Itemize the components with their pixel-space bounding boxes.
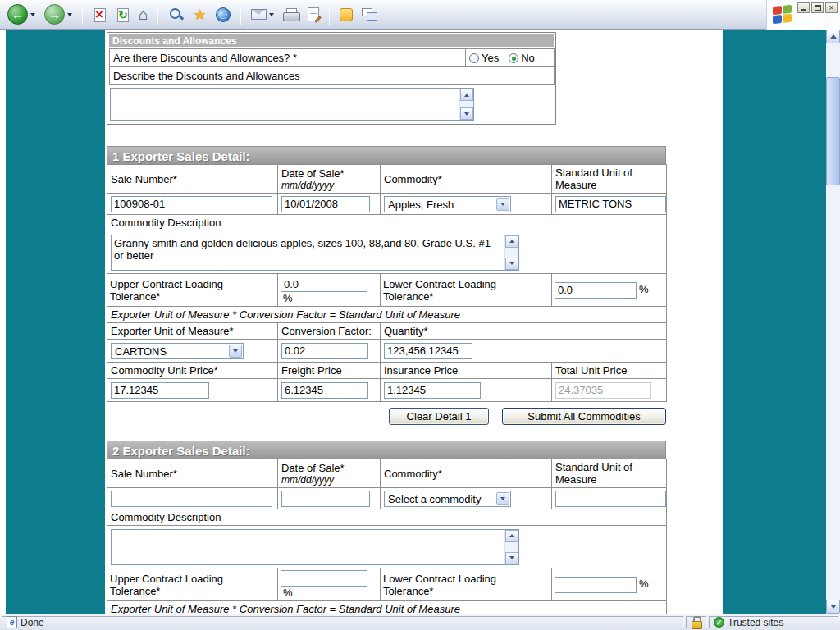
page-icon: e [7,616,17,628]
sale-number-label: Sale Number* [111,468,177,480]
vertical-scrollbar[interactable] [826,30,840,614]
date-of-sale-label: Date of Sale* [281,462,345,474]
section-2-header: 2 Exporter Sales Detail: [107,441,666,459]
commodity-description-textarea[interactable]: Granny smith and golden delicious apples… [111,235,519,271]
back-dropdown-icon[interactable] [30,13,35,16]
discounts-question-label: Are there Discounts and Allowances? * [113,52,297,64]
upper-tolerance-input[interactable] [281,570,368,587]
commodity-unit-price-input[interactable] [111,382,209,399]
print-icon [283,8,299,21]
windows-logo-icon [773,5,792,24]
history-button[interactable] [213,2,233,28]
refresh-button[interactable]: ↻ [113,2,132,28]
sale-number-input[interactable] [111,196,272,212]
home-button[interactable]: ⌂ [136,2,150,28]
edit-button[interactable] [305,2,322,28]
mail-button[interactable] [249,2,276,28]
conversion-factor-label: Conversion Factor: [281,325,372,337]
toolbar-separator [329,4,330,25]
discounts-describe-textarea[interactable] [110,88,474,121]
mail-dropdown-icon[interactable] [269,13,274,16]
clear-detail-button[interactable]: Clear Detail 1 [389,408,489,425]
submit-all-commodities-button[interactable]: Submit All Commodities [502,408,666,425]
upper-tolerance-label: Upper Contract Loading Tolerance* [110,573,223,597]
quantity-input[interactable] [384,343,472,359]
upper-tolerance-input[interactable] [281,276,368,292]
scroll-up-icon[interactable] [505,530,518,542]
standard-unit-input[interactable] [555,491,666,507]
discuss-button[interactable] [359,2,379,28]
commodity-select[interactable]: Apples, Fresh [384,196,511,212]
textarea-text: Granny smith and golden delicious apples… [114,237,503,268]
toolbar-separator [82,4,83,25]
date-of-sale-input[interactable] [281,196,370,212]
toolbar-separator [240,4,241,25]
commodity-description-textarea[interactable] [111,529,519,565]
exporter-unit-selected-value: CARTONS [115,345,167,358]
minimize-icon [801,9,806,11]
sale-number-input[interactable] [111,491,272,507]
section-1-header: 1 Exporter Sales Detail: [107,146,666,164]
messenger-icon [340,8,353,21]
discounts-section: Discounts and Allowances Are there Disco… [107,32,556,125]
exporter-unit-label: Exporter Unit of Measure* [111,325,234,337]
commodity-selected-value: Apples, Fresh [388,199,454,211]
favorites-button[interactable]: ★ [190,2,208,28]
scroll-down-icon[interactable] [460,107,473,120]
scroll-down-icon[interactable] [505,552,518,564]
scroll-up-icon[interactable] [505,235,518,248]
textarea-scrollbar[interactable] [459,89,473,120]
textarea-scrollbar[interactable] [504,530,518,564]
date-of-sale-input[interactable] [281,491,370,507]
forward-dropdown-icon[interactable] [67,13,72,16]
lower-tolerance-label: Lower Contract Loading Tolerance* [383,278,496,303]
status-bar: e Done ✓ Trusted sites [0,614,840,630]
close-button[interactable]: × [825,2,838,13]
commodity-unit-price-label: Commodity Unit Price* [111,364,218,377]
section-1-table: Sale Number* Date of Sale* mm/dd/yyyy Co… [107,164,667,402]
commodity-select[interactable]: Select a commodity [384,491,511,507]
search-button[interactable] [166,2,186,28]
section-1-buttons: Clear Detail 1 Submit All Commodities [107,408,666,425]
date-format-hint: mm/dd/yyyy [281,474,377,486]
scroll-down-icon[interactable] [505,258,518,270]
lower-tolerance-label: Lower Contract Loading Tolerance* [383,573,496,597]
scrollbar-down-button[interactable] [826,600,840,614]
date-format-hint: mm/dd/yyyy [281,180,377,191]
lower-tolerance-input[interactable] [555,577,637,593]
status-lock-section [686,616,707,628]
maximize-button[interactable] [811,2,824,13]
forward-icon: → [44,4,65,25]
insurance-price-input[interactable] [384,382,481,399]
chevron-down-icon [496,492,509,505]
print-button[interactable] [281,2,301,28]
textarea-text [113,90,458,118]
home-icon: ⌂ [139,6,148,24]
stop-button[interactable]: × [90,2,109,28]
back-button[interactable]: ← [5,2,38,28]
percent-sign: % [283,292,293,304]
scrollbar-up-button[interactable] [826,30,840,43]
freight-price-input[interactable] [281,382,368,399]
discounts-yes-radio[interactable]: Yes [469,52,499,64]
conversion-factor-input[interactable] [281,343,368,359]
discounts-no-radio[interactable]: No [509,52,535,64]
back-icon: ← [7,4,28,25]
messenger-button[interactable] [337,2,355,28]
standard-unit-input[interactable] [555,196,666,212]
textarea-scrollbar[interactable] [504,235,518,270]
lower-tolerance-input[interactable] [555,282,637,299]
minimize-button[interactable] [797,2,810,13]
edit-icon [308,7,319,21]
describe-discounts-label: Describe the Discounts and Allowances [113,70,300,82]
scroll-up-icon[interactable] [460,89,473,101]
commodity-description-label: Commodity Description [111,511,221,523]
lock-icon [692,616,701,628]
forward-button[interactable]: → [42,2,75,28]
percent-sign: % [283,587,293,599]
refresh-icon: ↻ [116,7,130,22]
scrollbar-thumb[interactable] [826,77,840,185]
commodity-description-label: Commodity Description [111,217,221,229]
radio-checked-icon [509,53,518,63]
exporter-unit-select[interactable]: CARTONS [111,343,244,359]
